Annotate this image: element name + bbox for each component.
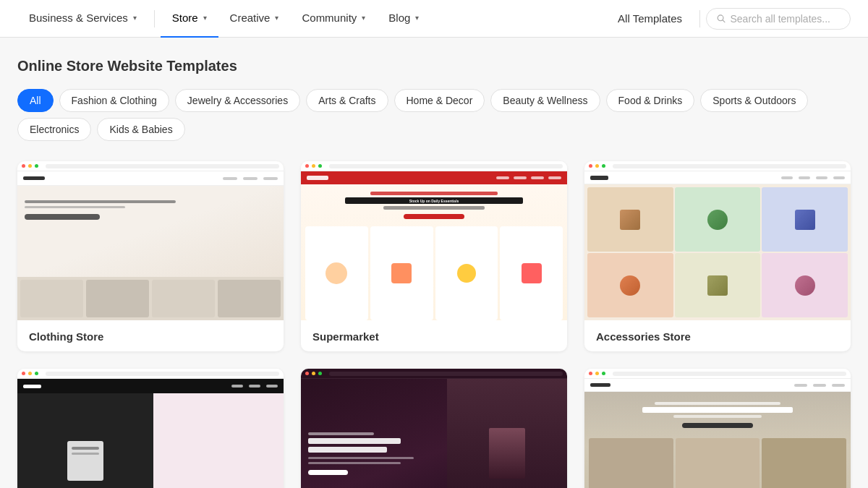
nav-blog[interactable]: Blog ▾ [377,0,430,38]
chevron-down-icon: ▾ [415,14,419,22]
filter-arts[interactable]: Arts & Crafts [306,89,388,112]
template-label-accessories: Accessories Store [584,320,851,351]
filter-jewelry[interactable]: Jewelry & Accessories [175,89,300,112]
nav-creative[interactable]: Creative ▾ [218,0,291,38]
clothing-screenshot [17,161,284,320]
template-card-tshirt[interactable]: New Drops T-Shirt Sto [17,369,284,488]
accessories-screenshot [584,161,851,320]
page-title: Online Store Website Templates [17,58,851,74]
filter-fashion[interactable]: Fashion & Clothing [59,89,169,112]
filter-sports[interactable]: Sports & Outdoors [700,89,808,112]
template-grid: Clothing Store [17,161,851,488]
svg-line-1 [723,20,725,22]
template-card-clothing[interactable]: Clothing Store [17,161,284,351]
template-thumb-accessories [584,161,851,320]
template-thumb-cosmetics [301,369,567,488]
nav-divider [154,10,155,27]
page-content: Online Store Website Templates All Fashi… [0,38,868,488]
nav-store-label: Store [172,12,198,24]
nav-business[interactable]: Business & Services ▾ [17,0,148,38]
template-thumb-ceramic [584,369,851,488]
template-thumb-supermarket: Stock Up on Daily Essentials [301,161,567,320]
nav-store[interactable]: Store ▾ [161,0,218,38]
ceramic-screenshot [584,369,851,488]
template-card-cosmetics[interactable]: Cosmetics Store [301,369,567,488]
tshirt-screenshot: New Drops [17,369,284,488]
nav-community[interactable]: Community ▾ [290,0,377,38]
template-thumb-clothing [17,161,284,320]
template-label-supermarket: Supermarket [301,320,567,351]
filter-electronics[interactable]: Electronics [17,118,91,141]
filter-all[interactable]: All [17,89,54,112]
nav-business-label: Business & Services [29,12,128,24]
template-thumb-tshirt: New Drops [17,369,284,488]
template-card-ceramic[interactable]: Ceramic Studio [584,369,851,488]
supermarket-screenshot: Stock Up on Daily Essentials [301,161,567,320]
chevron-down-icon: ▾ [275,14,278,22]
chevron-down-icon: ▾ [203,14,207,22]
nav-blog-label: Blog [388,12,410,24]
filter-tabs: All Fashion & Clothing Jewelry & Accesso… [17,89,851,141]
search-icon [717,14,726,24]
filter-home[interactable]: Home & Decor [394,89,485,112]
filter-kids[interactable]: Kids & Babies [97,118,184,141]
top-nav: Business & Services ▾ Store ▾ Creative ▾… [0,0,868,38]
cosmetics-screenshot [301,369,567,488]
template-card-accessories[interactable]: Accessories Store [584,161,851,351]
search-box[interactable] [706,8,851,30]
template-label-clothing: Clothing Store [17,320,284,351]
nav-creative-label: Creative [230,12,271,24]
search-input[interactable] [730,13,840,25]
nav-all-templates[interactable]: All Templates [606,12,694,25]
template-card-supermarket[interactable]: Stock Up on Daily Essentials [301,161,567,351]
nav-divider-2 [699,10,700,27]
chevron-down-icon: ▾ [362,14,365,22]
filter-food[interactable]: Food & Drinks [606,89,695,112]
filter-beauty[interactable]: Beauty & Wellness [490,89,600,112]
chevron-down-icon: ▾ [133,14,137,22]
nav-community-label: Community [302,12,357,24]
